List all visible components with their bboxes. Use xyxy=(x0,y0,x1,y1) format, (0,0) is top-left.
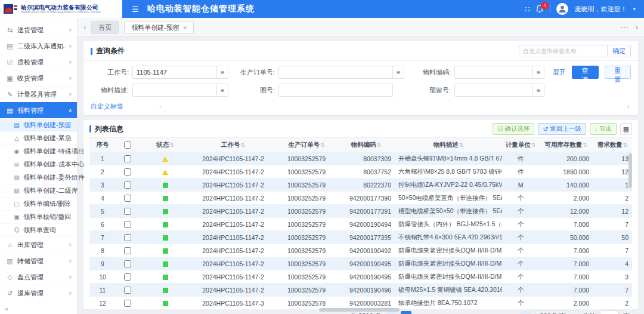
table-row[interactable]: 1 2024HPC1105-1147-2 10003252579 8003730… xyxy=(89,152,632,165)
sidebar-collapse-icon[interactable]: « xyxy=(5,305,8,312)
sidebar-menu-item[interactable]: ⇆ 送货管理 ∨ xyxy=(0,21,77,38)
table-row[interactable]: 7 2024HPC1105-1147-2 10003252579 9420001… xyxy=(89,231,632,244)
chevron-right-icon[interactable]: › xyxy=(627,102,630,111)
table-row[interactable]: 8 2024HPC1105-1147-2 10003252579 9420001… xyxy=(89,244,632,257)
sidebar-menu-item[interactable]: ▣ 收货管理 ∨ xyxy=(0,70,77,86)
field-input[interactable] xyxy=(132,84,217,97)
table-row[interactable]: 6 2024HPC1105-1147-2 10003252579 9420001… xyxy=(89,218,632,231)
tab-active[interactable]: 领料单创建-预留 × xyxy=(124,21,194,34)
user-menu-caret-icon[interactable]: ▾ xyxy=(633,6,636,12)
sidebar-menu-item[interactable]: ◇ 盘点管理 ∨ xyxy=(0,269,77,285)
sidebar-sub-item[interactable]: ▤ 领料单创建-预留 xyxy=(0,118,77,131)
vertical-scrollbar[interactable] xyxy=(628,153,632,188)
table-row[interactable]: 11 2024HPC1105-1147-2 10003252579 942000… xyxy=(89,284,632,297)
sidebar-sub-item[interactable]: ◎ 领料单创建-成本中心 xyxy=(0,158,77,171)
col-unit[interactable]: 计量单位⇅ xyxy=(502,138,539,152)
table-row[interactable]: 4 2024HPC1105-1147-2 10003252579 9420001… xyxy=(89,192,632,205)
reset-button[interactable]: 重置 xyxy=(605,66,631,79)
table-row[interactable]: 9 2024HPC1105-1147-2 10003252579 9420001… xyxy=(89,257,632,270)
filter-icon[interactable]: ≡ xyxy=(532,84,544,97)
column-settings-button[interactable]: ▦ xyxy=(620,123,632,135)
col-order-no[interactable]: 生产订单号⇅ xyxy=(275,138,338,152)
search-button[interactable]: 查询 xyxy=(572,66,599,79)
tab-home[interactable]: 首页 xyxy=(91,21,119,34)
sidebar-sub-item[interactable]: Q 领料单查询 xyxy=(0,223,77,236)
sidebar-sub-item[interactable]: △ 领料单创建-紧急 xyxy=(0,131,77,144)
page-number[interactable]: 2 xyxy=(416,311,426,314)
row-checkbox[interactable] xyxy=(124,273,131,281)
row-checkbox[interactable] xyxy=(124,300,131,307)
fullscreen-icon[interactable]: ∷ xyxy=(525,5,530,14)
tab-scroll-right-icon[interactable]: › xyxy=(636,23,638,32)
table-row[interactable]: 5 2024HPC1105-1147-2 10003252579 9420001… xyxy=(89,205,632,218)
filter-icon[interactable]: ≡ xyxy=(392,66,404,79)
page-number[interactable]: 4 xyxy=(445,311,456,314)
filter-icon[interactable]: ≡ xyxy=(216,66,228,79)
tab-scroll-left-icon[interactable]: ‹ xyxy=(83,23,86,32)
page-number[interactable]: … xyxy=(490,311,501,314)
field-input[interactable] xyxy=(132,66,217,79)
page-size-select[interactable]: 200条/页 ▾ xyxy=(535,310,578,314)
row-checkbox[interactable] xyxy=(124,195,131,202)
sidebar-sub-item[interactable]: ▨ 领料单创建-委外组件 xyxy=(0,171,77,184)
row-checkbox[interactable] xyxy=(124,155,131,162)
row-checkbox[interactable] xyxy=(124,168,131,176)
row-checkbox[interactable] xyxy=(124,247,131,254)
col-status[interactable]: 状态⇅ xyxy=(140,138,191,152)
table-row[interactable]: 10 2024HPC1105-1147-2 10003252579 942000… xyxy=(89,270,632,284)
page-number[interactable]: 1 xyxy=(401,311,411,314)
goto-page-input[interactable] xyxy=(600,310,619,314)
col-material-desc[interactable]: 物料描述⇅ xyxy=(395,138,502,152)
sidebar-sub-item[interactable]: ▧ 领料单创建-二级库 xyxy=(0,184,77,197)
page-number[interactable]: 6 xyxy=(475,311,486,314)
page-number[interactable]: 12 xyxy=(505,311,516,314)
field-input[interactable] xyxy=(278,66,393,79)
notification-bell[interactable]: 0 xyxy=(535,5,544,13)
row-checkbox[interactable] xyxy=(124,260,131,267)
export-button[interactable]: ↓ 导出 xyxy=(590,123,617,135)
select-all-checkbox[interactable] xyxy=(124,141,131,149)
confirm-button[interactable]: 确定 xyxy=(607,45,631,57)
close-icon[interactable]: × xyxy=(183,21,187,33)
col-work-no[interactable]: 工作号⇅ xyxy=(191,138,275,152)
sidebar-menu-item[interactable]: ✎ 计量器具管理 ∨ xyxy=(0,86,77,102)
field-input[interactable] xyxy=(278,84,393,97)
sidebar-menu-item[interactable]: ☑ 质检管理 ∨ xyxy=(0,54,77,70)
sidebar-sub-item[interactable]: ◉ 领料单创建-特殊项目 xyxy=(0,144,77,158)
chevron-left-icon[interactable]: ‹ xyxy=(159,103,162,110)
sidebar-sub-item[interactable]: ▣ 领料单核销/撤回 xyxy=(0,210,77,223)
custom-tag-link[interactable]: 自定义标签 xyxy=(91,102,123,111)
expand-link[interactable]: 展开 xyxy=(553,68,566,77)
col-demand[interactable]: 需求数量⇅ xyxy=(593,138,632,152)
row-checkbox[interactable] xyxy=(124,234,131,241)
sidebar-menu-item[interactable]: ▤ 二级库入库通知单 ∨ xyxy=(0,38,77,54)
page-number[interactable]: 5 xyxy=(460,311,471,314)
horizontal-scrollbar[interactable] xyxy=(319,308,400,312)
page-number[interactable]: 3 xyxy=(431,311,441,314)
col-stock[interactable]: 可用库存数量⇅ xyxy=(539,138,593,152)
col-material-code[interactable]: 物料编码⇅ xyxy=(338,138,395,152)
row-checkbox[interactable] xyxy=(124,208,131,215)
sidebar-menu-item-material-request[interactable]: ▤ 领料管理 ∧ xyxy=(0,102,77,118)
cell-material-code: 942000190495 xyxy=(338,257,395,270)
row-checkbox[interactable] xyxy=(124,181,131,189)
tag-name-input[interactable] xyxy=(519,45,607,57)
sidebar-menu-item[interactable]: ⌂ 出库管理 ∨ xyxy=(0,236,77,253)
table-row[interactable]: 3 2024HPC1105-1147-2 10003252579 8022237… xyxy=(89,178,632,192)
field-input[interactable] xyxy=(454,84,533,97)
tab-more-icon[interactable]: ⋯ xyxy=(621,23,628,32)
back-button[interactable]: ↺ 返回上一级 xyxy=(538,123,586,135)
confirm-select-button[interactable]: ☑ 确认选择 xyxy=(493,123,534,135)
filter-icon[interactable]: ≡ xyxy=(532,66,544,79)
sidebar-sub-item[interactable]: ▢ 领料单编辑/删除 xyxy=(0,197,77,210)
sidebar-menu-item[interactable]: ↺ 退库管理 ∨ xyxy=(0,285,77,301)
next-page-button[interactable]: › xyxy=(520,311,531,314)
field-input[interactable] xyxy=(454,66,533,79)
row-checkbox[interactable] xyxy=(124,221,131,228)
table-row[interactable]: 2 2024HPC1105-1147-2 10003252579 8003775… xyxy=(89,165,632,178)
filter-icon[interactable]: ≡ xyxy=(216,84,228,97)
menu-collapse-icon[interactable]: ☰ xyxy=(132,5,139,14)
row-checkbox[interactable] xyxy=(124,287,131,294)
sidebar-menu-item[interactable]: ▥ 转储管理 ∨ xyxy=(0,253,77,269)
avatar[interactable] xyxy=(556,3,568,15)
